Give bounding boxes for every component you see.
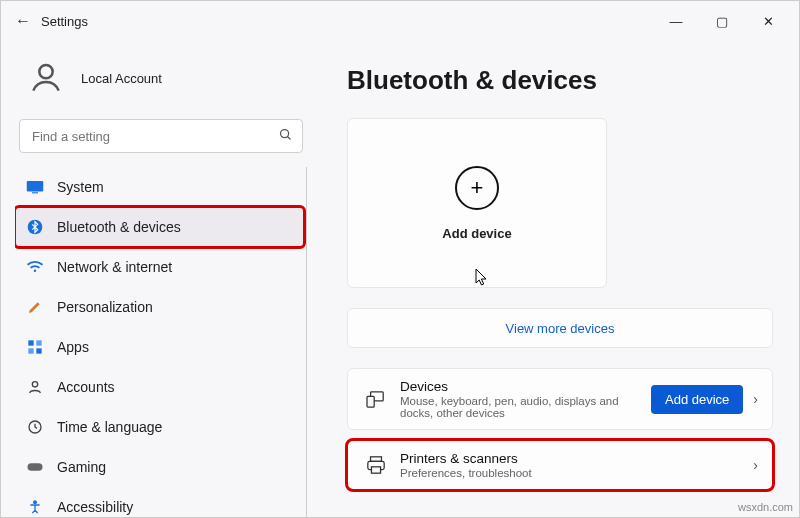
row-subtitle: Mouse, keyboard, pen, audio, displays an… (400, 395, 651, 419)
account-block[interactable]: Local Account (15, 45, 307, 119)
svg-rect-13 (28, 463, 43, 471)
svg-rect-19 (371, 467, 380, 473)
nav-label: Network & internet (57, 259, 172, 275)
maximize-button[interactable]: ▢ (699, 5, 745, 37)
wifi-icon (25, 257, 45, 277)
back-button[interactable]: ← (9, 12, 37, 30)
avatar-icon (23, 55, 69, 101)
sidebar-item-accounts[interactable]: Accounts (15, 367, 304, 407)
accessibility-icon (25, 497, 45, 517)
content-pane: Bluetooth & devices + Add device View mo… (321, 41, 799, 517)
search-icon (278, 127, 293, 145)
svg-point-6 (34, 270, 36, 272)
svg-line-2 (288, 137, 291, 140)
view-more-devices-button[interactable]: View more devices (347, 308, 773, 348)
sidebar-item-time-language[interactable]: Time & language (15, 407, 304, 447)
close-button[interactable]: ✕ (745, 5, 791, 37)
clock-icon (25, 417, 45, 437)
gaming-icon (25, 457, 45, 477)
svg-rect-4 (32, 192, 38, 193)
nav-label: System (57, 179, 104, 195)
sidebar-item-accessibility[interactable]: Accessibility (15, 487, 304, 517)
svg-rect-7 (28, 340, 33, 345)
title-bar: ← Settings — ▢ ✕ (1, 1, 799, 41)
window-title: Settings (41, 14, 653, 29)
row-title: Printers & scanners (400, 451, 743, 466)
sidebar-item-network[interactable]: Network & internet (15, 247, 304, 287)
minimize-button[interactable]: — (653, 5, 699, 37)
nav-label: Time & language (57, 419, 162, 435)
row-devices[interactable]: Devices Mouse, keyboard, pen, audio, dis… (347, 368, 773, 430)
row-subtitle: Preferences, troubleshoot (400, 467, 743, 479)
svg-rect-16 (367, 396, 374, 407)
svg-point-14 (34, 501, 37, 504)
window-controls: — ▢ ✕ (653, 5, 791, 37)
svg-point-11 (32, 382, 37, 387)
sidebar-item-personalization[interactable]: Personalization (15, 287, 304, 327)
person-icon (25, 377, 45, 397)
sidebar-item-bluetooth-devices[interactable]: Bluetooth & devices (15, 207, 304, 247)
svg-point-1 (281, 130, 289, 138)
svg-rect-10 (36, 348, 41, 353)
svg-point-0 (39, 65, 52, 78)
system-icon (25, 177, 45, 197)
sidebar-item-system[interactable]: System (15, 167, 304, 207)
nav-label: Personalization (57, 299, 153, 315)
account-name: Local Account (81, 71, 162, 86)
nav-label: Accessibility (57, 499, 133, 515)
add-device-tile[interactable]: + Add device (347, 118, 607, 288)
svg-rect-9 (28, 348, 33, 353)
watermark: wsxdn.com (738, 501, 793, 513)
add-device-button[interactable]: Add device (651, 385, 743, 414)
nav-label: Apps (57, 339, 89, 355)
apps-icon (25, 337, 45, 357)
chevron-right-icon: › (753, 391, 758, 407)
add-device-label: Add device (442, 226, 511, 241)
plus-icon: + (455, 166, 499, 210)
view-more-label: View more devices (506, 321, 615, 336)
settings-window: ← Settings — ▢ ✕ Local Account (0, 0, 800, 518)
printer-icon (362, 455, 390, 475)
svg-rect-3 (27, 181, 44, 192)
brush-icon (25, 297, 45, 317)
chevron-right-icon: › (753, 457, 758, 473)
nav-label: Gaming (57, 459, 106, 475)
nav-list: System Bluetooth & devices Network & int… (15, 167, 307, 517)
cursor-icon (475, 268, 799, 290)
nav-label: Bluetooth & devices (57, 219, 181, 235)
devices-icon (362, 390, 390, 408)
sidebar-item-gaming[interactable]: Gaming (15, 447, 304, 487)
nav-label: Accounts (57, 379, 115, 395)
search-box[interactable] (19, 119, 303, 153)
svg-rect-8 (36, 340, 41, 345)
page-title: Bluetooth & devices (347, 65, 773, 96)
row-printers-scanners[interactable]: Printers & scanners Preferences, trouble… (347, 440, 773, 490)
search-input[interactable] (19, 119, 303, 153)
sidebar: Local Account System Bluetooth & devices (1, 41, 321, 517)
bluetooth-icon (25, 217, 45, 237)
row-title: Devices (400, 379, 651, 394)
sidebar-item-apps[interactable]: Apps (15, 327, 304, 367)
svg-rect-17 (371, 457, 382, 462)
